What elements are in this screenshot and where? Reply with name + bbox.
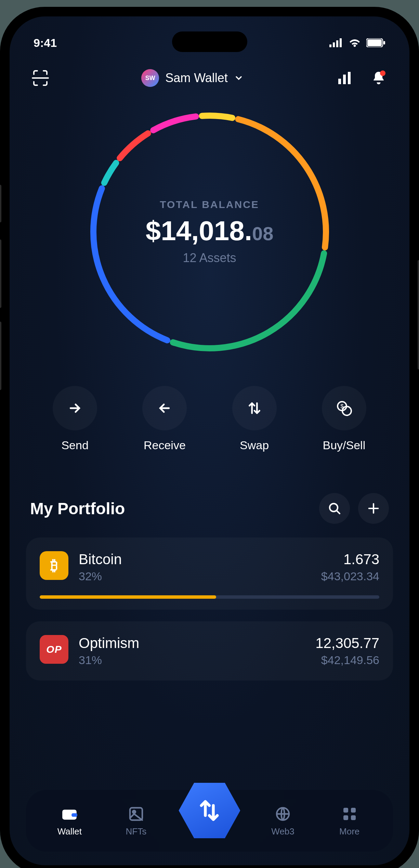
swap-button[interactable]: Swap [232,386,277,452]
asset-usd: $43,023.34 [321,570,379,583]
tab-wallet[interactable]: Wallet [45,805,93,837]
chevron-down-icon [234,73,244,83]
wallet-name: Sam Wallet [165,71,228,85]
portfolio-title: My Portfolio [30,499,125,518]
asset-name: Bitcoin [79,551,311,568]
svg-rect-9 [348,72,351,84]
asset-usd: $42,149.56 [315,653,379,667]
asset-pct: 32% [79,570,311,583]
svg-rect-20 [351,808,356,813]
svg-rect-22 [351,815,356,820]
asset-qty: 12,305.77 [315,635,379,651]
asset-name: Optimism [79,635,305,651]
bar-chart-icon [337,70,352,86]
grid-icon [341,806,358,822]
svg-rect-7 [338,79,341,84]
wifi-icon [348,38,362,48]
tab-more[interactable]: More [326,805,374,837]
stats-button[interactable] [334,68,355,88]
asset-pct: 31% [79,653,305,667]
svg-rect-19 [343,808,348,813]
svg-rect-5 [367,39,382,46]
wallet-icon [61,805,78,822]
tab-nfts-label: NFTs [126,826,147,837]
swap-label: Swap [240,439,269,452]
notch [172,31,247,52]
tab-web3-label: Web3 [271,826,294,837]
asset-progress [40,595,379,599]
swap-icon [247,401,262,416]
svg-rect-2 [336,40,338,47]
tab-more-label: More [339,826,359,837]
send-label: Send [61,439,88,452]
power-button [418,260,419,370]
avatar-initials: SW [145,75,155,82]
notification-dot [380,70,385,76]
receive-button[interactable]: Receive [142,386,187,452]
image-icon [128,806,144,822]
svg-rect-6 [383,41,385,44]
plus-icon [367,502,380,515]
coins-icon: $ [336,400,352,416]
optimism-icon: OP [40,635,68,664]
asset-qty: 1.673 [321,551,379,568]
volume-button [0,322,1,390]
buysell-label: Buy/Sell [323,439,366,452]
svg-rect-15 [72,813,78,816]
notifications-button[interactable] [368,68,389,88]
receive-label: Receive [144,439,186,452]
tab-web3[interactable]: Web3 [259,805,307,837]
portfolio-donut: TOTAL BALANCE $14,018.08 12 Assets [80,102,340,362]
svg-rect-0 [329,44,331,47]
avatar: SW [141,69,159,87]
battery-icon [366,38,385,47]
svg-text:$: $ [340,403,343,409]
scan-icon [32,69,49,87]
svg-rect-3 [340,38,342,47]
volume-button [0,185,1,222]
arrow-right-icon [67,401,82,416]
svg-rect-1 [333,42,335,47]
globe-icon [275,806,291,822]
bitcoin-icon: ₿ [40,551,68,580]
send-button[interactable]: Send [53,386,97,452]
svg-rect-8 [343,75,346,84]
tab-nfts[interactable]: NFTs [112,805,160,837]
search-icon [328,502,341,515]
add-button[interactable] [358,493,389,524]
asset-row-bitcoin[interactable]: ₿ Bitcoin 32% 1.673 $43,023.34 [26,537,393,610]
exchange-icon [197,799,221,822]
scan-button[interactable] [30,68,51,88]
search-button[interactable] [319,493,350,524]
phone-frame: 9:41 SW Sam Wallet [0,7,419,868]
tab-bar: Wallet NFTs Web3 More [26,790,393,852]
tab-wallet-label: Wallet [57,826,82,837]
svg-rect-21 [343,815,348,820]
buysell-button[interactable]: $ Buy/Sell [322,386,366,452]
cellular-icon [329,38,343,47]
volume-button [0,239,1,308]
status-time: 9:41 [34,36,57,50]
arrow-left-icon [157,401,172,416]
tab-center-action[interactable] [179,780,240,841]
wallet-selector[interactable]: SW Sam Wallet [141,69,244,87]
svg-point-17 [133,811,135,813]
asset-row-optimism[interactable]: OP Optimism 31% 12,305.77 $42,149.56 [26,621,393,681]
